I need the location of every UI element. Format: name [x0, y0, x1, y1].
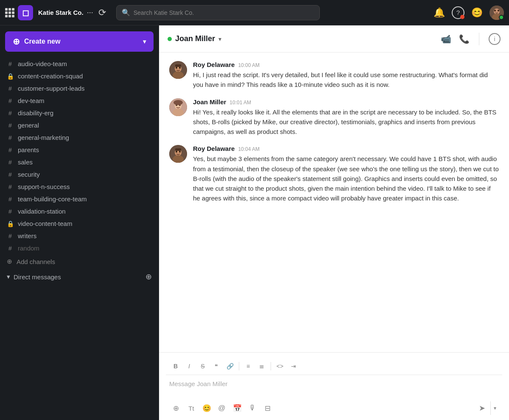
apps-grid-button[interactable] [5, 8, 14, 17]
msg-author-2: Joan Miller [193, 98, 226, 106]
svg-point-3 [494, 10, 496, 11]
shortcuts-button[interactable]: 📅 [230, 401, 244, 415]
channel-name: parents [18, 146, 39, 153]
add-dm-button[interactable]: ⊕ [145, 272, 152, 281]
msg-header-3: Roy Delaware 10:04 AM [193, 145, 499, 152]
svg-rect-22 [175, 148, 181, 151]
lock-icon: 🔒 [7, 220, 14, 227]
video-call-button[interactable]: 📹 [441, 34, 451, 44]
msg-text-1: Hi, I just read the script. It's very de… [193, 70, 499, 90]
msg-content-3: Roy Delaware 10:04 AM Yes, but maybe 3 e… [193, 145, 499, 203]
plus-icon: ⊕ [13, 36, 20, 47]
unordered-list-button[interactable]: ≣ [255, 360, 268, 372]
channel-name: content-creation-squad [18, 72, 83, 80]
search-box[interactable]: 🔍 [116, 5, 320, 20]
sidebar: ⊕ Create new ▾ # audio-video-team 🔒 cont… [0, 25, 159, 420]
phone-call-button[interactable]: 📞 [459, 34, 470, 44]
channel-list: # audio-video-team 🔒 content-creation-sq… [0, 58, 159, 420]
topnav: ◻ Katie Stark Co. ··· ⟳ 🔍 🔔 ? 😊 [0, 0, 509, 25]
message-3: Roy Delaware 10:04 AM Yes, but maybe 3 e… [169, 145, 499, 203]
msg-author-1: Roy Delaware [193, 61, 235, 68]
ordered-list-button[interactable]: ≡ [242, 360, 255, 372]
history-button[interactable]: ⟳ [98, 7, 106, 18]
channel-item-audio-video-team[interactable]: # audio-video-team [0, 58, 159, 70]
hash-icon: # [7, 208, 14, 215]
msg-time-3: 10:04 AM [238, 146, 260, 152]
channel-name: writers [18, 232, 36, 239]
canvas-button[interactable]: ⊟ [261, 401, 274, 415]
channel-item-general[interactable]: # general [0, 119, 159, 131]
mention-button[interactable]: @ [215, 401, 229, 415]
bell-button[interactable]: 🔔 [433, 7, 445, 18]
info-button[interactable]: i [489, 33, 501, 45]
channel-item-video-content-team[interactable]: 🔒 video-content-team [0, 217, 159, 230]
help-button[interactable]: ? [452, 6, 464, 19]
channel-item-general-marketing[interactable]: # general-marketing [0, 131, 159, 144]
hash-icon: # [7, 134, 14, 141]
channel-item-customer-support-leads[interactable]: # customer-support-leads [0, 82, 159, 95]
workspace-name: Katie Stark Co. [38, 9, 84, 16]
help-badge [460, 15, 464, 19]
user-avatar-button[interactable] [489, 6, 504, 20]
channel-item-content-creation-squad[interactable]: 🔒 content-creation-squad [0, 70, 159, 82]
avatar-roy [169, 61, 187, 79]
channel-item-disability-erg[interactable]: # disability-erg [0, 107, 159, 119]
strikethrough-button[interactable]: S [196, 360, 209, 372]
workspace-more-button[interactable]: ··· [87, 8, 93, 17]
msg-text-3: Yes, but maybe 3 elements from the same … [193, 154, 499, 203]
channel-item-writers[interactable]: # writers [0, 230, 159, 242]
create-new-button[interactable]: ⊕ Create new ▾ [5, 31, 154, 52]
channel-name: team-building-core-team [18, 195, 87, 203]
code-button[interactable]: <> [274, 360, 286, 372]
emoji-status-button[interactable]: 😊 [471, 7, 483, 18]
channel-name: general-marketing [18, 134, 69, 141]
chevron-down-icon: ▾ [7, 273, 10, 281]
hash-icon: # [7, 85, 14, 92]
message-input[interactable] [166, 378, 502, 396]
hash-icon: # [7, 110, 14, 117]
svg-point-20 [176, 151, 177, 153]
channel-item-parents[interactable]: # parents [0, 144, 159, 156]
channel-item-security[interactable]: # security [0, 168, 159, 181]
channel-name: customer-support-leads [18, 85, 85, 92]
grid-icon [5, 8, 14, 17]
dm-section[interactable]: ▾ Direct messages ⊕ [0, 269, 159, 285]
hash-icon: # [7, 196, 14, 203]
search-input[interactable] [134, 9, 314, 16]
hash-icon: # [7, 147, 14, 153]
channel-item-dev-team[interactable]: # dev-team [0, 95, 159, 107]
channel-name: disability-erg [18, 109, 53, 117]
message-2: Joan Miller 10:01 AM Hi! Yes, it really … [169, 98, 499, 137]
hash-icon: # [7, 184, 14, 190]
italic-button[interactable]: I [183, 360, 196, 372]
quote-button[interactable]: ❝ [210, 360, 223, 372]
emoji-button[interactable]: 😊 [200, 401, 213, 415]
channel-item-team-building-core-team[interactable]: # team-building-core-team [0, 193, 159, 205]
channel-item-support-n-success[interactable]: # support-n-success [0, 181, 159, 193]
svg-rect-10 [175, 64, 181, 67]
channel-item-validation-station[interactable]: # validation-station [0, 205, 159, 217]
bold-button[interactable]: B [169, 360, 182, 372]
code-block-button[interactable]: ⇥ [287, 360, 300, 372]
attachment-button[interactable]: ⊕ [169, 401, 183, 415]
chat-header-left: Joan Miller ▾ [168, 34, 441, 43]
avatar-roy-2 [169, 145, 187, 163]
audio-button[interactable]: 🎙 [246, 401, 259, 415]
msg-header-2: Joan Miller 10:01 AM [193, 98, 499, 106]
send-options-button[interactable]: ▾ [490, 401, 499, 415]
avatar-joan [169, 98, 187, 116]
send-button[interactable]: ➤ [474, 401, 489, 415]
hash-icon: # [7, 233, 14, 239]
formatting-button[interactable]: Tt [185, 401, 198, 415]
toolbar-divider-2 [271, 362, 271, 370]
svg-point-9 [179, 67, 181, 69]
link-button[interactable]: 🔗 [224, 360, 236, 372]
chat-header: Joan Miller ▾ 📹 📞 i [159, 25, 509, 53]
composer-actions: ⊕ Tt 😊 @ 📅 🎙 ⊟ ➤ ▾ [166, 398, 502, 415]
svg-point-21 [179, 151, 181, 153]
chat-title-chevron[interactable]: ▾ [218, 36, 221, 42]
add-channels-button[interactable]: ⊕ Add channels [0, 254, 159, 269]
channel-name: random [18, 245, 39, 252]
channel-item-sales[interactable]: # sales [0, 156, 159, 168]
channel-item-random[interactable]: # random [0, 242, 159, 254]
